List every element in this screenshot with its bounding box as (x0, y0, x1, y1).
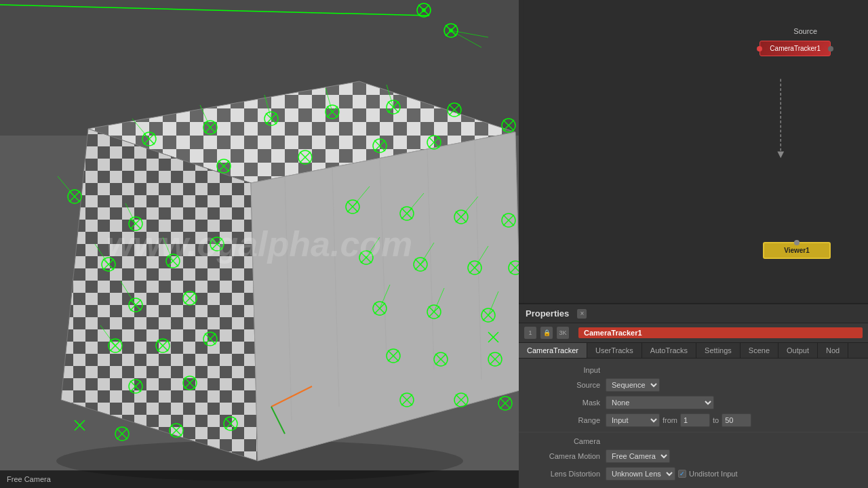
tab-camera-tracker[interactable]: CameraTracker (519, 343, 587, 358)
source-dropdown[interactable]: Sequence (606, 378, 660, 392)
undistort-label: Undistort Input (689, 470, 738, 478)
camera-motion-dropdown[interactable]: Free Camera (606, 449, 670, 463)
mask-control: None (606, 396, 861, 409)
source-label: Source (793, 27, 817, 38)
right-panel: Source CameraTracker1 Viewer1 (519, 0, 868, 488)
source-row: Source Sequence (519, 376, 868, 394)
input-label: Input (526, 366, 600, 374)
camera-motion-label: Camera Motion (526, 452, 600, 460)
source-field-label: Source (526, 381, 600, 389)
camera-motion-row: Camera Motion Free Camera (519, 447, 868, 465)
tab-user-tracks[interactable]: UserTracks (587, 343, 642, 358)
node-graph[interactable]: Source CameraTracker1 Viewer1 (519, 0, 868, 304)
undistort-checkbox-row: Undistort Input (678, 470, 738, 478)
tab-output[interactable]: Output (778, 343, 818, 358)
tab-settings[interactable]: Settings (696, 343, 741, 358)
camera-tracker-node[interactable]: CameraTracker1 (760, 41, 831, 56)
tab-nod[interactable]: Nod (818, 343, 848, 358)
lens-distortion-row: Lens Distortion Unknown Lens Undistort I… (519, 465, 868, 483)
tabs-row: CameraTracker UserTracks AutoTracks Sett… (519, 343, 868, 359)
range-control: Input from to (606, 413, 861, 427)
toolbar-icon-1[interactable]: 1 (524, 327, 536, 339)
mask-dropdown[interactable]: None (606, 396, 714, 409)
range-row: Range Input from to (519, 411, 868, 429)
properties-toolbar: 1 🔒 3K CameraTracker1 (519, 323, 868, 343)
toolbar-3k-icon[interactable]: 3K (557, 327, 569, 339)
input-section-header: Input (519, 364, 868, 376)
range-dropdown[interactable]: Input (606, 413, 660, 427)
camera-section-header: Camera (519, 435, 868, 447)
mask-row: Mask None (519, 394, 868, 411)
viewport[interactable]: www.cgalpha.com Free Camera (0, 0, 519, 488)
source-control: Sequence (606, 378, 861, 392)
properties-title: Properties (526, 308, 569, 319)
viewer-node[interactable]: Viewer1 (763, 242, 831, 259)
lens-distortion-control: Unknown Lens Undistort Input (606, 467, 861, 481)
camera-motion-control: Free Camera (606, 449, 861, 463)
camera-label: Camera (526, 437, 600, 445)
section-divider (519, 432, 868, 432)
range-from-input[interactable] (680, 413, 710, 427)
properties-panel: Properties × 1 🔒 3K CameraTracker1 Camer… (519, 304, 868, 488)
properties-content: Input Source Sequence Mask None (519, 359, 868, 488)
toolbar-lock-icon[interactable]: 🔒 (540, 327, 553, 339)
camera-status: Free Camera (7, 475, 51, 483)
viewport-status-bar: Free Camera (0, 470, 519, 488)
properties-header: Properties × (519, 304, 868, 323)
mask-field-label: Mask (526, 399, 600, 407)
lens-distortion-label: Lens Distortion (526, 470, 600, 478)
range-to-label: to (713, 416, 719, 424)
tab-auto-tracks[interactable]: AutoTracks (642, 343, 696, 358)
properties-close-button[interactable]: × (577, 309, 587, 319)
svg-marker-188 (777, 152, 784, 159)
undistort-checkbox[interactable] (678, 470, 686, 478)
svg-point-174 (422, 8, 426, 12)
range-field-label: Range (526, 416, 600, 424)
lens-dropdown[interactable]: Unknown Lens (606, 467, 675, 481)
range-from-label: from (663, 416, 677, 424)
tab-scene[interactable]: Scene (741, 343, 778, 358)
node-name-display: CameraTracker1 (578, 327, 863, 338)
range-to-input[interactable] (722, 413, 751, 427)
